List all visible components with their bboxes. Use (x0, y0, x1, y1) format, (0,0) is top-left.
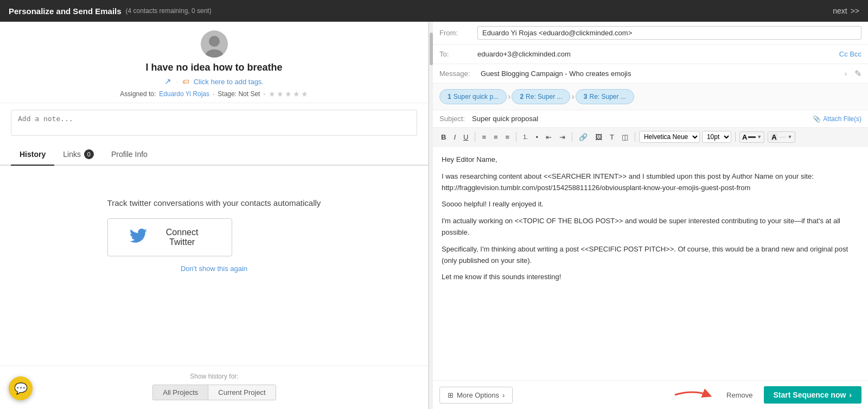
star-rating[interactable]: ★ ★ ★ ★ ★ (269, 90, 308, 98)
source-button[interactable]: ◫ (619, 131, 631, 143)
subject-label: Subject: (439, 115, 472, 123)
twitter-track-section: Track twitter conversations with your co… (107, 198, 321, 273)
ordered-list-button[interactable]: 1. (520, 132, 531, 142)
align-center-button[interactable]: ≡ (491, 131, 501, 143)
options-icon: ⊞ (448, 391, 454, 399)
header-subtitle: (4 contacts remaining, 0 sent) (126, 7, 212, 15)
paperclip-icon: 📎 (813, 115, 821, 123)
step-arrow-1: › (508, 92, 510, 102)
header: Personalize and Send Emails (4 contacts … (0, 0, 868, 22)
step-1-num: 1 (448, 93, 451, 100)
image-button[interactable]: 🖼 (592, 131, 605, 143)
from-field: From: Eduardo Yi Rojas <eduardo@clickmin… (433, 22, 868, 45)
chat-widget-button[interactable]: 💬 (9, 376, 33, 400)
start-sequence-button[interactable]: Start Sequence now › (764, 386, 861, 404)
outdent-button[interactable]: ⇤ (543, 131, 554, 143)
seq-step-1[interactable]: 1 Super quick p... (439, 89, 507, 104)
step-3-num: 3 (584, 93, 588, 100)
font-color-picker[interactable]: A ▼ (739, 131, 764, 143)
bg-color-picker[interactable]: A ▼ (768, 131, 795, 143)
assigned-label: Assigned to: (120, 90, 156, 98)
cc-bcc-button[interactable]: Cc Bcc (839, 50, 861, 58)
chevron-down-icon: › (502, 391, 505, 399)
show-history-bar: Show history for: All Projects Current P… (0, 366, 429, 409)
text-format-button[interactable]: T (607, 131, 617, 143)
header-left: Personalize and Send Emails (4 contacts … (9, 7, 212, 16)
tab-links[interactable]: Links 0 (54, 144, 103, 166)
links-badge: 0 (84, 149, 94, 159)
note-input-wrapper (0, 103, 428, 144)
right-panel: From: Eduardo Yi Rojas <eduardo@clickmin… (433, 22, 868, 409)
action-buttons: Remove Start Sequence now › (672, 386, 861, 404)
message-label: Message: (439, 70, 477, 78)
edit-icon[interactable]: ✎ (854, 68, 861, 79)
seq-step-3[interactable]: 3 Re: Super ... (576, 89, 634, 104)
from-select[interactable]: Eduardo Yi Rojas <eduardo@clickminded.co… (477, 26, 861, 40)
greeting: Hey Editor Name, (442, 154, 859, 166)
toolbar-separator-1 (475, 132, 475, 142)
email-body[interactable]: Hey Editor Name, I was researching conte… (433, 147, 868, 380)
underline-button[interactable]: U (461, 131, 471, 143)
from-label: From: (439, 29, 477, 37)
connect-twitter-label: Connect Twitter (155, 228, 210, 247)
subject-value[interactable]: Super quick proposal (472, 115, 813, 123)
italic-button[interactable]: I (451, 131, 458, 143)
chat-icon: 💬 (14, 382, 28, 395)
chevron-right-icon: › (849, 391, 852, 399)
left-panel: I have no idea how to breathe ↗ · 🏷 Clic… (0, 22, 429, 409)
seq-step-2[interactable]: 2 Re: Super ... (512, 89, 570, 104)
message-field: Message: Guest Blogging Campaign - Who c… (433, 64, 868, 84)
unordered-list-button[interactable]: • (533, 131, 541, 143)
body-line-5: Let me know if this sounds interesting! (442, 272, 859, 283)
left-scrollbar[interactable] (429, 22, 433, 409)
show-history-label: Show history for: (11, 373, 418, 380)
header-title: Personalize and Send Emails (9, 7, 122, 16)
font-size-select[interactable]: 10pt (702, 131, 731, 143)
contact-actions: ↗ · 🏷 Click here to add tags. (11, 77, 417, 86)
toolbar-separator-3 (572, 132, 572, 142)
main-layout: I have no idea how to breathe ↗ · 🏷 Clic… (0, 22, 868, 409)
external-link-icon[interactable]: ↗ (164, 77, 171, 86)
to-label: To: (439, 50, 477, 58)
indent-button[interactable]: ⇥ (557, 131, 568, 143)
link-button[interactable]: 🔗 (576, 131, 590, 143)
remove-button[interactable]: Remove (720, 387, 759, 403)
attach-files-button[interactable]: 📎 Attach File(s) (813, 115, 861, 123)
stage-label: Stage: Not Set (218, 90, 260, 98)
font-select[interactable]: Helvetica Neue (639, 131, 700, 143)
current-project-button[interactable]: Current Project (208, 385, 276, 400)
body-line-3: I'm actually working on <<TOPIC OF THE B… (442, 216, 859, 238)
more-options-button[interactable]: ⊞ More Options › (439, 387, 513, 404)
align-left-button[interactable]: ≡ (479, 131, 489, 143)
contact-name: I have no idea how to breathe (11, 62, 417, 73)
tab-profile-info[interactable]: Profile Info (103, 144, 156, 166)
align-right-button[interactable]: ≡ (503, 131, 513, 143)
editor-toolbar: B I U ≡ ≡ ≡ 1. • ⇤ ⇥ 🔗 🖼 T ◫ Helvetica N… (433, 128, 868, 147)
toolbar-separator-2 (516, 132, 516, 142)
tag-icon: 🏷 (182, 78, 189, 86)
step-2-num: 2 (520, 93, 524, 100)
connect-twitter-button[interactable]: Connect Twitter (107, 218, 232, 256)
avatar (201, 30, 228, 58)
contact-meta: Assigned to: Eduardo Yi Rojas · Stage: N… (11, 90, 417, 98)
tabs: History Links 0 Profile Info (0, 144, 428, 166)
dont-show-link[interactable]: Don't show this again (181, 265, 247, 273)
note-input[interactable] (11, 110, 417, 136)
message-value[interactable]: Guest Blogging Campaign - Who creates em… (481, 70, 841, 78)
twitter-track-text: Track twitter conversations with your co… (107, 198, 321, 207)
body-line-4: Specifically, I'm thinking about writing… (442, 244, 859, 267)
to-value: eduardo+3@clickminded.com (477, 50, 839, 58)
bottom-bar: ⊞ More Options › Remove Start Sequence n… (433, 380, 868, 409)
all-projects-button[interactable]: All Projects (152, 385, 208, 400)
assigned-name[interactable]: Eduardo Yi Rojas (159, 90, 209, 98)
tab-history[interactable]: History (11, 144, 54, 166)
next-label[interactable]: next (833, 7, 847, 15)
add-tags-link[interactable]: Click here to add tags. (194, 78, 264, 86)
step-2-label: Re: Super ... (526, 93, 562, 100)
svg-point-1 (209, 36, 220, 47)
step-arrow-2: › (571, 92, 574, 102)
left-panel-inner: Track twitter conversations with your co… (0, 166, 428, 409)
skip-label[interactable]: >> (851, 7, 859, 15)
bold-button[interactable]: B (438, 131, 449, 143)
subject-bar: Subject: Super quick proposal 📎 Attach F… (433, 110, 868, 128)
